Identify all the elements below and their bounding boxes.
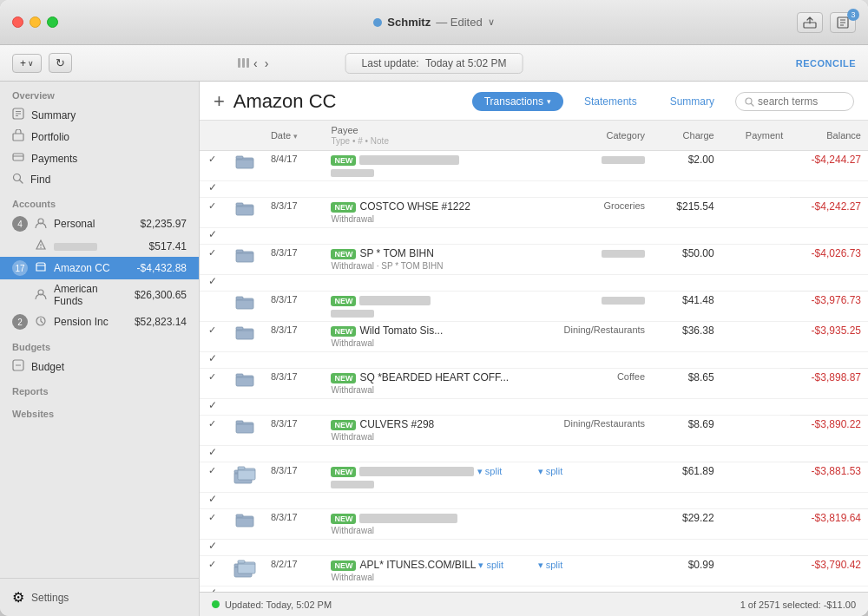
- table-row[interactable]: ✓ 8/3/17NEWCOSTCO WHSE #1222WithdrawalGr…: [200, 198, 868, 228]
- svg-point-16: [40, 247, 41, 248]
- minimize-button[interactable]: [30, 16, 41, 28]
- row-payee[interactable]: NEWWild Tomato Sis...Withdrawal: [324, 322, 530, 352]
- add-button[interactable]: + ∨: [12, 54, 42, 73]
- row-payee[interactable]: NEWAPL* ITUNES.COM/BILL ▾ splitWithdrawa…: [324, 556, 530, 587]
- svg-rect-40: [238, 467, 245, 469]
- row-payee[interactable]: NEW ▾ split: [324, 462, 530, 493]
- row-payee[interactable]: NEWCULVERS #298Withdrawal: [324, 416, 530, 446]
- tab-transactions[interactable]: Transactions ▾: [472, 92, 563, 111]
- websites-section-label: Websites: [0, 400, 199, 423]
- svg-rect-32: [236, 327, 243, 330]
- row-payee[interactable]: NEWSP * TOM BIHNWithdrawal · SP * TOM BI…: [324, 245, 530, 275]
- sidebar-account-unnamed1[interactable]: $517.41: [0, 235, 199, 257]
- register-button[interactable]: 3: [830, 12, 856, 33]
- settings-button[interactable]: ⚙ Settings: [12, 586, 187, 609]
- split-link[interactable]: ▾ split: [477, 466, 503, 476]
- settings-label: Settings: [31, 592, 69, 604]
- row-sub-cell: [226, 540, 264, 556]
- account-title: Amazon CC: [233, 90, 337, 120]
- account-header-left: + Amazon CC: [214, 90, 462, 120]
- nav-back-button[interactable]: ‹: [251, 56, 260, 70]
- table-row[interactable]: ✓ 8/3/17NEWCULVERS #298WithdrawalDining/…: [200, 416, 868, 446]
- nav-panels-button[interactable]: [238, 58, 249, 68]
- tab-summary[interactable]: Summary: [658, 92, 727, 111]
- amazon-cc-icon: [35, 261, 47, 276]
- row-date: 8/3/17: [264, 509, 325, 540]
- content-area: + Amazon CC Transactions ▾ Statements Su…: [200, 82, 868, 616]
- row-payee[interactable]: NEW: [324, 151, 530, 181]
- sidebar-account-american-funds[interactable]: American Funds $26,300.65: [0, 279, 199, 311]
- sidebar-american-funds-label: American Funds: [54, 283, 128, 307]
- category-split-link[interactable]: ▾ split: [538, 466, 563, 476]
- row-charge: $2.00: [652, 151, 721, 181]
- row-sub-cell: [324, 352, 530, 369]
- row-checkmark: ✓: [200, 181, 226, 198]
- col-date-header[interactable]: Date ▾: [264, 121, 325, 151]
- sidebar-item-portfolio[interactable]: Portfolio: [0, 126, 199, 147]
- row-icon: [226, 322, 264, 352]
- row-payee[interactable]: NEWSQ *BEARDED HEART COFF...Withdrawal: [324, 369, 530, 399]
- row-category: Coffee: [531, 369, 652, 399]
- close-button[interactable]: [12, 16, 23, 28]
- account-add-button[interactable]: +: [214, 92, 225, 118]
- row-payment: [721, 322, 791, 352]
- row-sub-cell: [324, 275, 530, 292]
- row-sub-cell: [721, 446, 791, 462]
- sidebar-item-summary[interactable]: Summary: [0, 104, 199, 126]
- row-category: [531, 509, 652, 540]
- table-row[interactable]: ✓ 8/2/17NEWAPL* ITUNES.COM/BILL ▾ splitW…: [200, 556, 868, 587]
- table-row[interactable]: ✓ 8/3/17NEWSQ *BEARDED HEART COFF...With…: [200, 369, 868, 399]
- table-row[interactable]: ✓ 8/3/17NEW ▾ split▾ split$61.89-$3,881.…: [200, 462, 868, 493]
- row-payee[interactable]: NEW: [324, 292, 530, 322]
- row-checkmark: ✓: [200, 399, 226, 416]
- row-icon: [226, 556, 264, 587]
- table-row[interactable]: 8/3/17NEW$41.48-$3,976.73: [200, 292, 868, 322]
- table-row[interactable]: ✓ 8/3/17NEWWild Tomato Sis...WithdrawalD…: [200, 322, 868, 352]
- category-split-link[interactable]: ▾ split: [538, 560, 563, 570]
- row-payee[interactable]: NEWCOSTCO WHSE #1222Withdrawal: [324, 198, 530, 228]
- titlebar: Schmitz — Edited ∨ 3: [0, 0, 868, 45]
- row-charge: $8.69: [652, 416, 721, 446]
- sidebar-unnamed1-label: [54, 240, 142, 252]
- portfolio-icon: [12, 129, 24, 144]
- search-icon: [745, 97, 754, 107]
- nav-forward-button[interactable]: ›: [262, 56, 272, 70]
- row-charge: $29.22: [652, 509, 721, 540]
- sidebar-item-budget[interactable]: Budget: [0, 356, 199, 377]
- row-sub-cell: [264, 493, 325, 509]
- unnamed1-icon: [35, 239, 47, 253]
- table-row[interactable]: ✓ 8/4/17NEW$2.00-$4,244.27: [200, 151, 868, 181]
- row-category: [531, 245, 652, 275]
- svg-point-21: [746, 98, 752, 104]
- row-check: ✓: [200, 322, 226, 352]
- row-icon: [226, 369, 264, 399]
- title-chevron[interactable]: ∨: [488, 16, 495, 28]
- reconcile-button[interactable]: RECONCILE: [796, 58, 856, 69]
- overview-section-label: Overview: [0, 82, 199, 104]
- split-link[interactable]: ▾ split: [478, 560, 503, 570]
- sidebar-item-payments[interactable]: Payments: [0, 147, 199, 169]
- table-row[interactable]: ✓ 8/3/17NEWSP * TOM BIHNWithdrawal · SP …: [200, 245, 868, 275]
- sidebar-summary-label: Summary: [31, 109, 187, 121]
- sidebar-account-pension-inc[interactable]: 2 Pension Inc $52,823.14: [0, 311, 199, 333]
- row-payee[interactable]: NEWWithdrawal: [324, 509, 530, 540]
- search-input[interactable]: [758, 95, 845, 108]
- col-payee-header: Payee Type • # • Note: [324, 121, 530, 151]
- maximize-button[interactable]: [47, 16, 58, 28]
- row-sub-cell: [652, 493, 721, 509]
- sidebar-account-personal[interactable]: 4 Personal $2,235.97: [0, 213, 199, 235]
- export-button[interactable]: [797, 12, 823, 33]
- row-sub-cell: [531, 493, 652, 509]
- search-box[interactable]: [735, 92, 854, 111]
- refresh-button[interactable]: ↻: [49, 53, 72, 73]
- row-sub-cell: [721, 399, 791, 416]
- table-header-row: Date ▾ Payee Type • # • Note Category: [200, 121, 868, 151]
- tab-statements[interactable]: Statements: [572, 92, 649, 111]
- row-check: ✓: [200, 245, 226, 275]
- sidebar-item-find[interactable]: Find: [0, 169, 199, 190]
- sidebar-account-amazon-cc[interactable]: 17 Amazon CC -$4,432.88: [0, 257, 199, 279]
- row-date: 8/3/17: [264, 462, 325, 493]
- row-icon: [226, 416, 264, 446]
- table-row[interactable]: ✓ 8/3/17NEWWithdrawal$29.22-$3,819.64: [200, 509, 868, 540]
- col-balance-header: Balance: [790, 121, 868, 151]
